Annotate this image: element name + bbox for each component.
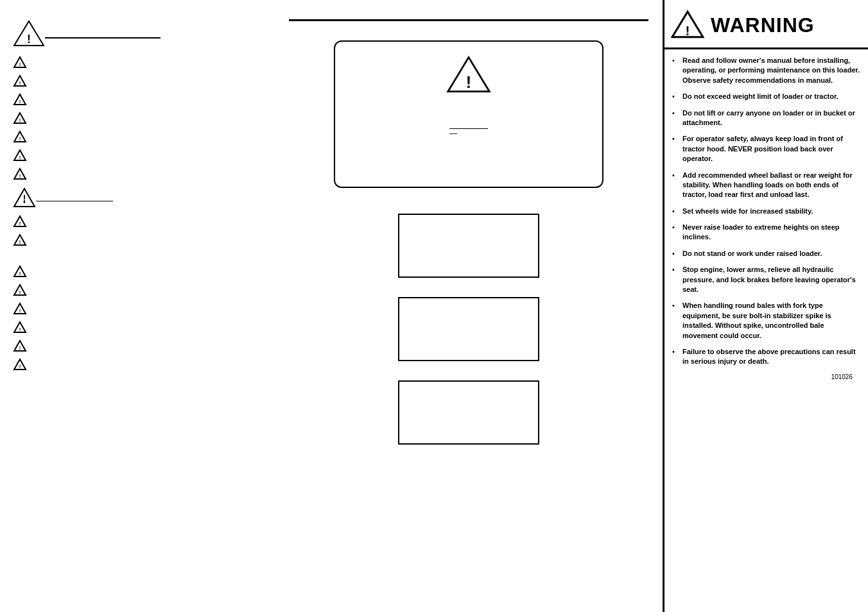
small-warning-icon: ! <box>13 93 27 108</box>
bullet-10: • <box>672 301 680 341</box>
left-header: ! <box>13 19 193 49</box>
bullet-2: • <box>672 92 680 101</box>
warning-panel-icon: ! <box>671 10 704 41</box>
bullet-11: • <box>672 347 680 367</box>
part-number: 101026 <box>672 373 860 380</box>
svg-text:!: ! <box>19 173 21 179</box>
small-warning-icon: ! <box>13 265 27 280</box>
small-warning-icon: ! <box>13 167 27 182</box>
box-dash: — <box>449 129 457 138</box>
svg-text:!: ! <box>686 23 690 38</box>
box-dash-line: — <box>449 128 488 138</box>
svg-text:!: ! <box>19 99 21 105</box>
bullet-5: • <box>672 171 680 200</box>
left-column: ! ! ! <box>13 19 193 377</box>
svg-text:!: ! <box>19 155 21 160</box>
box-warning-icon: ! <box>446 55 491 96</box>
small-warning-icon: ! <box>13 74 27 89</box>
right-warning-panel: ! WARNING • Read and follow owner's manu… <box>663 0 868 612</box>
warning-item-3: • Do not lift or carry anyone on loader … <box>672 108 860 128</box>
small-warning-icon: ! <box>13 56 27 71</box>
small-warning-icon: ! <box>13 321 27 336</box>
svg-text:!: ! <box>19 62 21 67</box>
small-box-1 <box>398 214 539 278</box>
middle-column: ! — <box>289 19 648 464</box>
svg-text:!: ! <box>19 136 21 142</box>
header-divider-line <box>45 37 161 38</box>
bullet-1: • <box>672 56 680 85</box>
list-item: ! <box>13 321 193 336</box>
small-warning-icon: ! <box>13 149 27 164</box>
warning-text-8: Do not stand or work under raised loader… <box>682 249 822 259</box>
warning-item-9: • Stop engine, lower arms, relieve all h… <box>672 265 860 294</box>
warning-panel-body: • Read and follow owner's manual before … <box>664 49 868 387</box>
small-warning-icon: ! <box>13 215 27 230</box>
warning-panel-title: WARNING <box>711 13 815 37</box>
warning-text-11: Failure to observe the above precautions… <box>682 347 860 367</box>
bullet-7: • <box>672 223 680 242</box>
warning-text-9: Stop engine, lower arms, relieve all hyd… <box>682 265 860 294</box>
list-item: ! <box>13 284 193 298</box>
svg-text:!: ! <box>19 364 21 370</box>
list-item: ! <box>13 112 193 126</box>
warning-text-5: Add recommended wheel ballast or rear we… <box>682 171 860 200</box>
warning-text-3: Do not lift or carry anyone on loader or… <box>682 108 860 128</box>
bullet-9: • <box>672 265 680 294</box>
small-warning-icon: ! <box>13 234 27 248</box>
large-warning-box: ! — <box>334 40 603 188</box>
list-item: ! <box>13 167 193 182</box>
list-item: ! <box>13 234 193 248</box>
small-warning-icon: ! <box>13 358 27 373</box>
small-rows-group1: ! ! ! ! <box>13 56 193 182</box>
big-warning-icon: ! <box>13 19 45 49</box>
list-item: ! <box>13 74 193 89</box>
small-warning-icon: ! <box>13 339 27 354</box>
small-warning-icon: ! <box>13 130 27 145</box>
medium-warning-icon: ! <box>13 187 36 210</box>
list-item: ! <box>13 56 193 71</box>
warning-item-10: • When handling round bales with fork ty… <box>672 301 860 341</box>
list-item: ! <box>13 149 193 164</box>
warning-item-4: • For operator safety, always keep load … <box>672 134 860 164</box>
warning-item-1: • Read and follow owner's manual before … <box>672 56 860 85</box>
svg-text:!: ! <box>466 73 471 91</box>
small-box-3 <box>398 380 539 445</box>
warning-item-5: • Add recommended wheel ballast or rear … <box>672 171 860 200</box>
list-item: ! <box>13 339 193 354</box>
svg-text:!: ! <box>19 80 21 86</box>
list-item: ! <box>13 215 193 230</box>
svg-text:!: ! <box>23 193 26 203</box>
list-item: ! <box>13 265 193 280</box>
warning-text-6: Set wheels wide for increased stability. <box>682 207 813 216</box>
section-divider: ! <box>13 187 193 210</box>
warning-text-7: Never raise loader to extreme heights on… <box>682 223 860 242</box>
section-divider-line <box>36 201 113 201</box>
svg-text:!: ! <box>19 327 21 332</box>
svg-text:!: ! <box>19 117 21 123</box>
svg-text:!: ! <box>19 308 21 314</box>
warning-item-2: • Do not exceed weight limit of loader o… <box>672 92 860 101</box>
small-warning-icon: ! <box>13 112 27 126</box>
bullet-3: • <box>672 108 680 128</box>
list-item: ! <box>13 93 193 108</box>
top-divider-line <box>289 19 648 21</box>
svg-text:!: ! <box>19 271 21 276</box>
bullet-4: • <box>672 134 680 164</box>
warning-text-4: For operator safety, always keep load in… <box>682 134 860 164</box>
svg-text:!: ! <box>19 289 21 295</box>
warning-item-8: • Do not stand or work under raised load… <box>672 249 860 259</box>
bullet-8: • <box>672 249 680 259</box>
list-item: ! <box>13 358 193 373</box>
svg-text:!: ! <box>27 33 31 46</box>
small-warning-icon: ! <box>13 284 27 298</box>
warning-text-10: When handling round bales with fork type… <box>682 301 860 341</box>
warning-text-2: Do not exceed weight limit of loader or … <box>682 92 838 101</box>
svg-text:!: ! <box>19 221 21 226</box>
svg-text:!: ! <box>19 345 21 351</box>
warning-item-6: • Set wheels wide for increased stabilit… <box>672 207 860 216</box>
bullet-6: • <box>672 207 680 216</box>
svg-text:!: ! <box>19 239 21 245</box>
small-warning-icon: ! <box>13 302 27 317</box>
small-rows-group2: ! ! ! <box>13 215 193 373</box>
list-item: ! <box>13 302 193 317</box>
